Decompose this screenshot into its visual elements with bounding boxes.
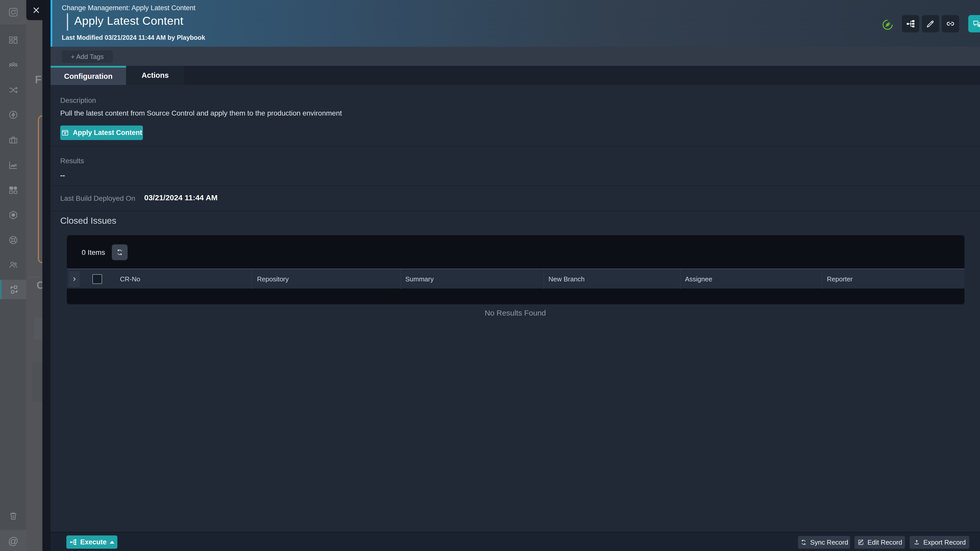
closed-issues-grid: 0 Items CR-No Repository Summary New Bra…	[67, 235, 964, 304]
plug-connected-icon	[881, 18, 894, 31]
results-value: --	[60, 171, 65, 179]
background-block-fragment	[32, 362, 42, 402]
automation-bolt-icon[interactable]	[8, 110, 18, 120]
edit-pencil-icon	[926, 19, 935, 29]
execute-button-label: Execute	[80, 538, 107, 546]
refresh-icon	[116, 248, 124, 256]
sync-logo-icon[interactable]	[8, 7, 18, 17]
tab-configuration[interactable]: Configuration	[51, 66, 126, 85]
apps-blocks-icon[interactable]	[8, 185, 18, 195]
users-icon[interactable]	[8, 260, 18, 270]
empty-state-message: No Results Found	[51, 309, 980, 318]
column-separator	[680, 269, 681, 289]
comments-button[interactable]	[968, 15, 980, 32]
description-label: Description	[60, 97, 96, 105]
grid-header-row: CR-No Repository Summary New Branch Assi…	[67, 268, 964, 289]
tab-bar: Configuration Actions	[51, 66, 980, 85]
workflow-icon	[906, 19, 915, 29]
export-record-button[interactable]: Export Record	[910, 536, 969, 549]
sync-record-button[interactable]: Sync Record	[798, 536, 850, 549]
applications-briefcase-icon[interactable]	[8, 135, 18, 145]
last-build-label: Last Build Deployed On	[60, 194, 135, 203]
sidebar-item-record-sync[interactable]	[0, 280, 26, 299]
section-divider	[51, 146, 980, 146]
edit-record-icon-button[interactable]	[922, 15, 939, 32]
column-header-repository[interactable]: Repository	[257, 269, 289, 289]
last-modified-text: Last Modified 03/21/2024 11:44 AM by Pla…	[62, 34, 205, 41]
tags-row: + Add Tags	[51, 47, 980, 66]
column-header-new-branch[interactable]: New Branch	[549, 269, 585, 289]
execute-button[interactable]: Execute	[66, 535, 118, 549]
close-icon	[32, 6, 41, 14]
link-icon	[945, 19, 955, 29]
items-count: 0 Items	[82, 248, 105, 257]
section-divider	[51, 186, 980, 186]
sync-record-label: Sync Record	[810, 538, 848, 546]
column-header-cr-no[interactable]: CR-No	[120, 269, 140, 289]
package-cube-icon[interactable]	[8, 210, 18, 220]
footer-action-bar: Execute Sync Record Edit Record Export R…	[51, 532, 980, 551]
column-separator	[251, 269, 252, 289]
people-group-icon[interactable]	[8, 60, 18, 71]
record-sync-icon	[9, 284, 19, 295]
background-block-fragment	[34, 318, 42, 339]
export-icon	[913, 539, 920, 546]
column-header-reporter[interactable]: Reporter	[827, 269, 853, 289]
column-separator	[822, 269, 822, 289]
recycle-bin-icon[interactable]	[8, 511, 18, 521]
sync-icon	[800, 539, 807, 546]
add-tags-button[interactable]: + Add Tags	[62, 51, 113, 63]
background-divider-fragment	[27, 277, 42, 278]
app-sidebar: @	[0, 0, 26, 551]
closed-issues-title: Closed Issues	[60, 216, 116, 226]
caret-up-icon	[110, 541, 115, 544]
comments-icon	[972, 19, 980, 29]
tab-actions[interactable]: Actions	[126, 66, 184, 85]
record-panel: Change Management: Apply Latest Content …	[51, 0, 980, 551]
export-record-label: Export Record	[923, 538, 966, 546]
dashboard-icon[interactable]	[8, 35, 18, 45]
expand-row-button[interactable]	[69, 271, 80, 287]
edit-record-label: Edit Record	[867, 538, 902, 546]
panel-edge-shadow	[42, 0, 51, 551]
shuffle-icon[interactable]	[8, 85, 18, 95]
copy-link-button[interactable]	[942, 15, 959, 32]
apply-button-label: Apply Latest Content	[73, 129, 142, 137]
edit-record-button[interactable]: Edit Record	[854, 536, 905, 549]
workflow-icon	[69, 538, 77, 546]
refresh-grid-button[interactable]	[112, 245, 127, 260]
close-panel-button[interactable]	[26, 0, 46, 20]
open-workflow-button[interactable]	[902, 15, 919, 32]
title-accent-bar	[67, 13, 68, 30]
column-separator	[544, 269, 544, 289]
results-label: Results	[60, 157, 84, 165]
screen: @ F C Change Management: Apply Latest Co…	[0, 0, 980, 551]
record-header: Change Management: Apply Latest Content …	[51, 0, 980, 47]
breadcrumb[interactable]: Change Management: Apply Latest Content	[62, 4, 196, 12]
background-text-fragment: F	[35, 73, 41, 86]
column-header-summary[interactable]: Summary	[405, 269, 434, 289]
mentions-at-icon[interactable]: @	[8, 536, 18, 546]
description-value: Pull the latest content from Source Cont…	[60, 109, 342, 118]
page-title: Apply Latest Content	[74, 14, 183, 27]
dimmed-background-strip: F C	[26, 0, 42, 551]
select-all-checkbox[interactable]	[92, 274, 102, 284]
chevron-right-icon	[72, 276, 77, 282]
apply-latest-content-button[interactable]: Apply Latest Content	[60, 125, 143, 140]
column-separator	[401, 269, 401, 289]
section-divider	[51, 211, 980, 211]
apply-window-icon	[61, 129, 69, 137]
edit-square-icon	[857, 539, 864, 546]
support-lifering-icon[interactable]	[8, 235, 18, 245]
column-header-assignee[interactable]: Assignee	[685, 269, 712, 289]
reports-chart-icon[interactable]	[8, 160, 18, 170]
last-build-value: 03/21/2024 11:44 AM	[144, 193, 218, 202]
sidebar-bottom-zone: @	[0, 530, 26, 551]
